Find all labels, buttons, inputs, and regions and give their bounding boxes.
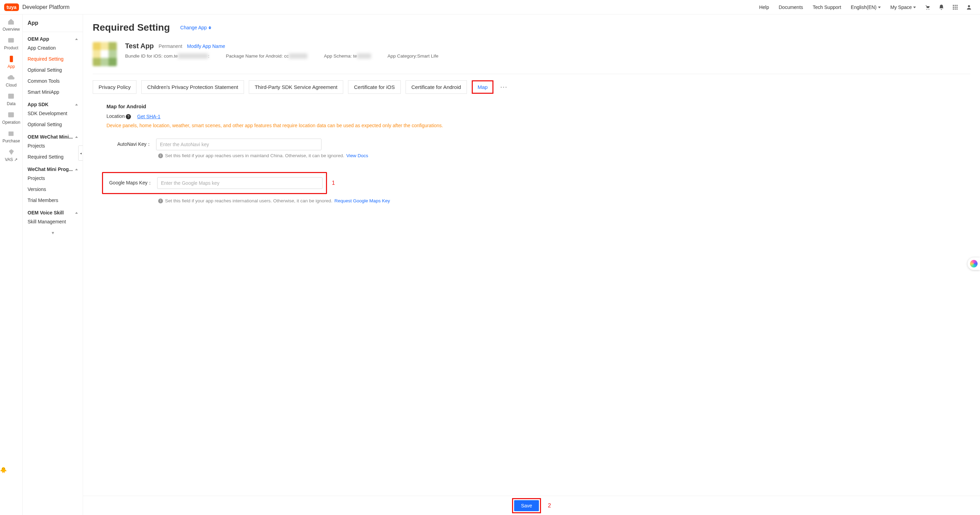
svg-point-1 <box>929 9 929 9</box>
google-maps-key-input[interactable] <box>157 177 323 189</box>
sidebar-item-required-setting[interactable]: Required Setting <box>23 53 83 64</box>
tabs-overflow[interactable]: ··· <box>498 82 510 92</box>
info-icon: i <box>158 199 163 203</box>
autonavi-key-label: AutoNavi Key： <box>107 141 151 148</box>
bell-icon[interactable] <box>938 4 945 11</box>
google-request-key-link[interactable]: Request Google Maps Key <box>334 198 390 203</box>
topbar: tuya Developer Platform Help Documents T… <box>0 0 980 14</box>
svg-rect-5 <box>953 6 954 8</box>
sidebar-item-trial-members[interactable]: Trial Members <box>23 195 83 206</box>
help-icon[interactable]: ? <box>126 114 131 119</box>
nav-language[interactable]: English(EN) <box>851 5 881 10</box>
autonavi-key-input[interactable] <box>156 139 321 150</box>
tabs: Privacy Policy Children's Privacy Protec… <box>93 80 970 94</box>
nav-myspace[interactable]: My Space <box>891 5 916 10</box>
svg-rect-10 <box>956 8 958 9</box>
platform-name: Developer Platform <box>22 4 70 10</box>
sidebar-group-wechat-prog[interactable]: WeChat Mini Prog... <box>23 163 83 173</box>
sidebar-collapse-handle[interactable]: ◂ <box>78 145 83 161</box>
sidebar-group-oem-app[interactable]: OEM App <box>23 32 83 42</box>
ai-swirl-icon <box>970 260 978 268</box>
home-icon <box>7 18 15 26</box>
chevron-down-icon <box>878 6 881 8</box>
tab-certificate-ios[interactable]: Certificate for iOS <box>348 80 401 94</box>
svg-point-0 <box>927 9 927 9</box>
app-category-display: App Category:Smart Life <box>388 53 439 59</box>
sidebar-item-skill-management[interactable]: Skill Management <box>23 216 83 227</box>
chevron-down-icon <box>913 6 916 8</box>
sidebar-expand-down[interactable]: ▾ <box>23 227 83 238</box>
svg-rect-3 <box>955 5 956 6</box>
sidebar-group-oem-voice[interactable]: OEM Voice Skill <box>23 206 83 216</box>
tab-thirdparty-sdk[interactable]: Third-Party SDK Service Agreement <box>249 80 343 94</box>
main-content: Required Setting Change App Test App Per… <box>83 14 980 515</box>
sidebar-item-common-tools[interactable]: Common Tools <box>23 75 83 86</box>
star-icon <box>7 111 15 119</box>
rail-data[interactable]: Data <box>7 92 16 106</box>
bundle-id-display: Bundle ID for iOS: com.texxxxxxxxxxxxx: <box>125 53 210 59</box>
get-sha1-link[interactable]: Get SHA-1 <box>137 114 161 119</box>
sidebar-item-sdk-development[interactable]: SDK Development <box>23 108 83 119</box>
svg-rect-15 <box>8 112 14 118</box>
app-thumbnail <box>93 42 117 66</box>
sidebar-group-app-sdk[interactable]: App SDK <box>23 97 83 108</box>
sidebar-item-projects[interactable]: Projects <box>23 140 83 151</box>
assistant-fab[interactable] <box>967 257 980 270</box>
rail-app[interactable]: App <box>8 55 15 69</box>
user-icon[interactable] <box>966 4 972 11</box>
sidebar-item-optional-setting-2[interactable]: Optional Setting <box>23 119 83 130</box>
apps-grid-icon[interactable] <box>952 4 959 11</box>
diamond-icon <box>8 148 15 156</box>
floating-emoji: 🐥 <box>0 467 7 474</box>
save-button[interactable]: Save <box>514 500 539 511</box>
save-bar: Save 2 <box>83 496 980 515</box>
swap-icon <box>208 26 211 29</box>
nav-techsupport[interactable]: Tech Support <box>813 5 842 10</box>
sidebar-group-oem-wechat[interactable]: OEM WeChat Mini... <box>23 130 83 140</box>
location-warning: Device panels, home location, weather, s… <box>107 123 970 128</box>
tab-certificate-android[interactable]: Certificate for Android <box>406 80 467 94</box>
info-icon: i <box>158 153 163 158</box>
chevron-up-icon <box>75 38 78 40</box>
rail-overview[interactable]: Overview <box>2 18 20 32</box>
svg-rect-7 <box>956 6 958 8</box>
app-schema-display: App Schema: texxxxxx <box>324 53 371 59</box>
svg-rect-2 <box>953 5 954 6</box>
box-icon <box>7 130 15 137</box>
sidebar-item-required-setting-2[interactable]: Required Setting <box>23 151 83 163</box>
autonavi-hint: Set this field if your app reaches users… <box>165 153 344 158</box>
rail-vas[interactable]: VAS ↗ <box>5 148 17 162</box>
nav-documents[interactable]: Documents <box>779 5 803 10</box>
rail-purchase[interactable]: Purchase <box>2 130 20 143</box>
rail-operation[interactable]: Operation <box>2 111 20 125</box>
sidebar-item-app-creation[interactable]: App Creation <box>23 42 83 53</box>
tab-children-privacy[interactable]: Children's Privacy Protection Statement <box>141 80 244 94</box>
brand-logo: tuya <box>4 3 19 11</box>
rail-product[interactable]: Product <box>4 37 18 50</box>
cart-icon[interactable] <box>924 4 931 11</box>
sidebar-item-smart-miniapp[interactable]: Smart MiniApp <box>23 86 83 97</box>
app-permanence: Permanent <box>159 43 182 49</box>
change-app-link[interactable]: Change App <box>180 25 211 30</box>
sidebar-item-optional-setting[interactable]: Optional Setting <box>23 64 83 75</box>
sidebar-item-projects-2[interactable]: Projects <box>23 173 83 184</box>
callout-1: 1 <box>332 180 335 186</box>
sidebar-title: App <box>23 14 83 32</box>
cloud-icon <box>7 74 15 81</box>
modify-app-name-link[interactable]: Modify App Name <box>187 43 225 49</box>
sidebar: App OEM App App Creation Required Settin… <box>23 14 83 515</box>
tab-privacy-policy[interactable]: Privacy Policy <box>93 80 137 94</box>
autonavi-view-docs-link[interactable]: View Docs <box>346 153 368 158</box>
svg-rect-13 <box>10 56 13 62</box>
nav-help[interactable]: Help <box>759 5 769 10</box>
rail-cloud[interactable]: Cloud <box>6 74 16 88</box>
phone-icon <box>8 55 15 63</box>
callout-2: 2 <box>548 502 551 509</box>
tab-map[interactable]: Map <box>472 80 493 94</box>
icon-rail: Overview Product App Cloud Data Operatio… <box>0 14 23 515</box>
sidebar-item-versions[interactable]: Versions <box>23 184 83 195</box>
chevron-up-icon <box>75 212 78 214</box>
svg-rect-6 <box>955 6 956 8</box>
chevron-up-icon <box>75 169 78 170</box>
app-name: Test App <box>125 42 154 50</box>
